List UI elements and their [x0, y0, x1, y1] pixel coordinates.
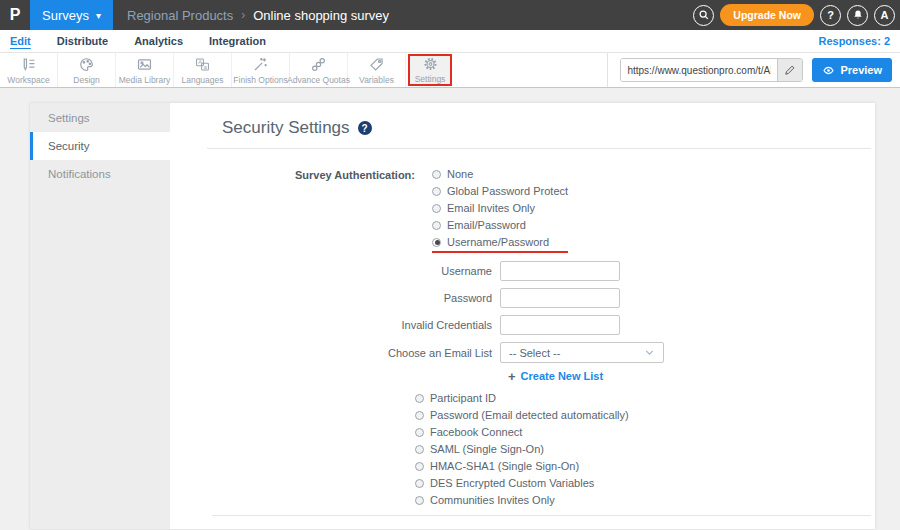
magic-wand-icon [252, 56, 269, 73]
radio-label: Facebook Connect [430, 426, 522, 438]
email-list-select[interactable]: -- Select -- [500, 342, 664, 363]
notifications-button[interactable] [847, 5, 868, 26]
email-list-selected-value: -- Select -- [509, 347, 560, 359]
toolbar-item-label: Variables [359, 75, 394, 85]
preview-button-label: Preview [840, 64, 882, 76]
help-icon[interactable]: ? [358, 121, 372, 135]
search-icon [698, 9, 710, 21]
radio-global-password-protect[interactable]: Global Password Protect [432, 185, 568, 197]
workspace-icon [20, 56, 37, 73]
radio-communities-invites[interactable]: Communities Invites Only [415, 494, 875, 506]
survey-url-input[interactable] [621, 59, 777, 81]
toolbar-item-variables[interactable]: Variables [348, 53, 406, 87]
radio-facebook-connect[interactable]: Facebook Connect [415, 426, 875, 438]
sidebar-item-settings[interactable]: Settings [30, 104, 170, 132]
toolbar-item-workspace[interactable]: Workspace [0, 53, 58, 87]
toolbar-item-label: Media Library [119, 75, 171, 85]
radio-none[interactable]: None [432, 168, 568, 180]
username-label: Username [170, 265, 500, 277]
page-background: Settings Security Notifications Security… [0, 103, 900, 530]
gear-icon [422, 56, 439, 72]
search-button[interactable] [693, 5, 714, 26]
sidebar-item-security[interactable]: Security [30, 132, 170, 160]
radio-saml[interactable]: SAML (Single Sign-On) [415, 443, 875, 455]
credential-fields: Username Password Invalid Credentials Ch… [170, 261, 875, 382]
survey-url-group [620, 58, 803, 82]
selected-option-underline: Username/Password [432, 236, 568, 253]
chevron-down-icon [644, 347, 655, 358]
password-field[interactable] [500, 288, 620, 308]
radio-selected-icon [432, 238, 441, 247]
responses-count[interactable]: Responses: 2 [818, 35, 890, 47]
tag-icon [368, 56, 385, 73]
radio-participant-id[interactable]: Participant ID [415, 392, 875, 404]
create-new-list-link[interactable]: + Create New List [508, 370, 875, 382]
radio-icon [415, 496, 424, 505]
toolbar-item-label: Finish Options [233, 75, 287, 85]
settings-card: Settings Security Notifications Security… [30, 103, 875, 529]
radio-icon [432, 170, 441, 179]
toolbar-item-label: Advance Quotas [287, 75, 350, 85]
tab-edit[interactable]: Edit [10, 35, 31, 47]
survey-nav: Edit Distribute Analytics Integration Re… [0, 30, 900, 52]
radio-label: Communities Invites Only [430, 494, 555, 506]
radio-icon [415, 394, 424, 403]
plus-icon: + [508, 371, 516, 382]
pencil-icon [784, 64, 796, 76]
heading-divider [207, 148, 871, 149]
tab-integration[interactable]: Integration [209, 35, 266, 47]
settings-sidebar: Settings Security Notifications [30, 103, 170, 529]
breadcrumb-folder[interactable]: Regional Products [127, 8, 233, 23]
breadcrumb-separator: › [241, 8, 245, 22]
radio-label: SAML (Single Sign-On) [430, 443, 544, 455]
radio-username-password-selected[interactable]: Username/Password [432, 236, 568, 248]
avatar[interactable]: A [874, 5, 895, 26]
preview-button[interactable]: Preview [812, 58, 892, 82]
toolbar-item-label: Design [73, 75, 99, 85]
radio-icon [415, 462, 424, 471]
eye-icon [822, 64, 835, 77]
radio-password-email-detected[interactable]: Password (Email detected automatically) [415, 409, 875, 421]
radio-icon [415, 445, 424, 454]
tab-distribute[interactable]: Distribute [57, 35, 108, 47]
surveys-menu-label: Surveys [42, 8, 89, 23]
radio-des-encrypted[interactable]: DES Encrypted Custom Variables [415, 477, 875, 489]
tab-analytics[interactable]: Analytics [134, 35, 183, 47]
radio-email-password[interactable]: Email/Password [432, 219, 568, 231]
upgrade-now-button[interactable]: Upgrade Now [720, 4, 814, 26]
toolbar-item-advance-quotas[interactable]: Advance Quotas [290, 53, 348, 87]
security-form: Survey Authentication: None Global Passw… [170, 168, 875, 530]
radio-label: Username/Password [447, 236, 549, 248]
palette-icon [78, 56, 95, 73]
security-settings-panel: Security Settings ? Survey Authenticatio… [170, 103, 875, 529]
topbar-actions: Upgrade Now ? A [693, 4, 900, 26]
radio-icon [415, 428, 424, 437]
toolbar-item-design[interactable]: Design [58, 53, 116, 87]
toolbar-item-languages[interactable]: A a Languages [174, 53, 232, 87]
radio-email-invites-only[interactable]: Email Invites Only [432, 202, 568, 214]
toolbar-item-media-library[interactable]: Media Library [116, 53, 174, 87]
toolbar-item-label: Languages [181, 75, 223, 85]
radio-label: DES Encrypted Custom Variables [430, 477, 594, 489]
email-list-label: Choose an Email List [170, 347, 500, 359]
invalid-credentials-field[interactable] [500, 315, 620, 335]
edit-url-button[interactable] [777, 59, 802, 81]
page-title: Security Settings [222, 118, 350, 138]
toolbar-item-finish-options[interactable]: Finish Options [232, 53, 290, 87]
help-button[interactable]: ? [820, 5, 841, 26]
sidebar-item-notifications[interactable]: Notifications [30, 160, 170, 188]
radio-icon [415, 479, 424, 488]
svg-text:A: A [198, 59, 202, 65]
radio-label: None [447, 168, 473, 180]
invalid-credentials-label: Invalid Credentials [170, 319, 500, 331]
radio-hmac-sha1[interactable]: HMAC-SHA1 (Single Sign-On) [415, 460, 875, 472]
questionpro-logo: P [0, 6, 30, 24]
username-field[interactable] [500, 261, 620, 281]
toolbar-item-settings[interactable]: Settings [408, 54, 452, 86]
radio-icon [432, 221, 441, 230]
create-new-list-label: Create New List [521, 370, 604, 382]
toolbar-item-label: Workspace [7, 75, 49, 85]
more-auth-options-group: Participant ID Password (Email detected … [415, 392, 875, 506]
bell-icon [852, 9, 864, 21]
surveys-menu[interactable]: Surveys ▾ [30, 0, 113, 30]
